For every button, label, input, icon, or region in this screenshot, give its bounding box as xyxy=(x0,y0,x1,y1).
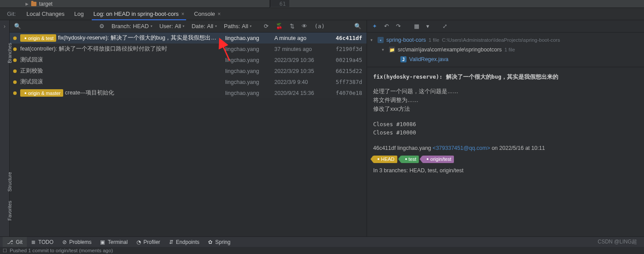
tool-label: Spring xyxy=(215,239,230,245)
compare-icon[interactable]: ✦ xyxy=(371,23,379,29)
graph-node-icon xyxy=(13,36,17,40)
module-row[interactable]: ▾ ▪ spring-boot-cors 1 file C:\Users\Adm… xyxy=(371,35,640,45)
commit-row[interactable]: feat(controller): 解决了一个不得放接口路径按时付款了按时lin… xyxy=(10,44,367,54)
commit-row[interactable]: origin & testfix(hydosky-reserve): 解决了一个… xyxy=(10,33,367,44)
graph-node-icon xyxy=(13,58,17,62)
close-icon[interactable]: × xyxy=(218,11,221,17)
chevron-right-icon[interactable]: ▶ xyxy=(25,2,29,6)
bottom-tool-profiler[interactable]: ◔Profiler xyxy=(132,237,165,247)
bottom-tool-spring[interactable]: ✿Spring xyxy=(204,237,235,247)
commit-date: 2022/3/9 9:40 xyxy=(274,79,331,85)
bottom-tool-problems[interactable]: ⊘Problems xyxy=(58,237,96,247)
bottom-tool-endpoints[interactable]: ⇵Endpoints xyxy=(165,237,204,247)
module-icon: ▪ xyxy=(378,37,384,43)
chevron-down-icon[interactable]: ▾ xyxy=(371,38,375,42)
cherry-pick-icon[interactable]: 🍒 xyxy=(273,23,285,29)
commit-row[interactable]: 测试回滚lingchao.yang2022/3/29 10:3600219a45 xyxy=(10,54,367,65)
commit-row[interactable]: 正则校验lingchao.yang2022/3/29 10:3566215d22 xyxy=(10,65,367,76)
commit-date: 2020/9/24 15:36 xyxy=(274,90,331,96)
todo-icon: ≣ xyxy=(31,239,36,245)
changed-files-tree: ▾ ▪ spring-boot-cors 1 file C:\Users\Adm… xyxy=(367,33,644,67)
bottom-tool-git[interactable]: ⎇Git xyxy=(3,237,27,247)
commit-message: create---项目初始化 xyxy=(65,89,114,97)
commit-date: 2022/3/29 10:35 xyxy=(274,68,331,74)
project-node-label[interactable]: target xyxy=(39,1,53,7)
package-row[interactable]: ▾ 📁 src\main\java\com\example\springboot… xyxy=(371,45,640,54)
chevron-down-icon: ▾ xyxy=(250,24,252,28)
commit-author: lingchao.yang xyxy=(225,57,274,63)
user-filter[interactable]: User: All ▾ xyxy=(157,23,187,29)
filter-icon[interactable]: ▾ xyxy=(425,23,431,29)
commit-hash: 66215d22 xyxy=(331,68,367,74)
vcs-tab[interactable]: Local Changes xyxy=(22,8,69,20)
commit-date: 2022/3/29 10:36 xyxy=(274,57,331,63)
chevron-down-icon: ▾ xyxy=(215,24,217,28)
expand-icon[interactable]: ⤢ xyxy=(441,23,449,29)
commit-hash: 46c411df xyxy=(331,35,367,41)
file-row[interactable]: J ValidRegex.java xyxy=(371,54,640,64)
regex-icon[interactable]: (a) xyxy=(312,23,327,29)
group-icon[interactable]: ▦ xyxy=(412,23,421,29)
date-filter[interactable]: Date: All ▾ xyxy=(189,23,219,29)
close-icon[interactable]: × xyxy=(181,11,184,17)
commit-detail-panel: ✦ ↶ ↷ ▦ ▾ ⤢ ▾ ▪ spring-boot-cors 1 file … xyxy=(367,20,644,236)
vcs-tab[interactable]: Log xyxy=(70,8,88,20)
bottom-tool-terminal[interactable]: ▣Terminal xyxy=(96,237,132,247)
commit-author: lingchao.yang xyxy=(225,68,274,74)
branch-tag[interactable]: origin & master xyxy=(20,89,63,97)
vcs-tab[interactable]: Log: on HEAD in spring-boot-cors× xyxy=(89,8,189,20)
commit-date: A minute ago xyxy=(274,35,331,41)
chevron-right-icon[interactable]: › xyxy=(0,20,9,29)
git-label: Git: xyxy=(4,11,19,17)
commit-meta: 46c411df lingchao.yang <379337451@qq.com… xyxy=(373,145,638,151)
eye-icon[interactable]: 👁 xyxy=(299,23,310,29)
refresh-icon[interactable]: ⟳ xyxy=(261,23,271,29)
tool-label: Terminal xyxy=(108,239,127,245)
commit-row[interactable]: 测试回滚lingchao.yang2022/3/9 9:405ff7387d xyxy=(10,76,367,87)
commit-row[interactable]: origin & mastercreate---项目初始化lingchao.ya… xyxy=(10,87,367,98)
branch-filter[interactable]: Branch: HEAD ▾ xyxy=(109,23,155,29)
commit-message: 正则校验 xyxy=(20,67,43,75)
project-tree-strip: ▶ target 61 xyxy=(0,0,644,8)
graph-node-icon xyxy=(13,80,17,84)
chevron-down-icon[interactable]: ▾ xyxy=(382,47,386,52)
branches-tab[interactable]: Branches xyxy=(7,43,12,63)
paths-filter[interactable]: Paths: All ▾ xyxy=(221,23,254,29)
ref-tag[interactable]: test xyxy=(401,156,419,163)
branch-tag[interactable]: origin & test xyxy=(20,34,56,42)
graph-node-icon xyxy=(13,91,17,95)
sort-icon[interactable]: ⇅ xyxy=(287,23,297,29)
commit-hash: f4070e18 xyxy=(331,90,367,96)
commit-author: lingchao.yang xyxy=(225,46,274,52)
ref-tag[interactable]: HEAD xyxy=(373,156,397,163)
search-icon[interactable]: 🔍 xyxy=(352,23,364,29)
redo-icon[interactable]: ↷ xyxy=(394,23,403,29)
favorites-tab[interactable]: Favorites xyxy=(7,201,12,221)
undo-icon[interactable]: ↶ xyxy=(382,23,391,29)
author-email[interactable]: <379337451@qq.com> xyxy=(433,145,490,151)
git-icon: ⎇ xyxy=(7,239,13,245)
log-search-input[interactable] xyxy=(25,22,95,30)
vcs-tab[interactable]: Console× xyxy=(190,8,225,20)
log-toolbar: 🔍 ⚙ Branch: HEAD ▾ User: All ▾ Date: All… xyxy=(10,20,367,33)
commit-detail-body: fix(hydosky-reserve): 解决了一个很大的bug，其实是我假想… xyxy=(367,67,644,236)
commit-body: 处理了一个问题，这个问题是…… 将文件调整为…… 修改了xxx方法 xyxy=(373,87,638,113)
tool-label: TODO xyxy=(38,239,53,245)
watermark: CSDN @LING超 xyxy=(597,238,641,246)
gear-icon[interactable]: ⚙ xyxy=(97,23,107,29)
folder-icon xyxy=(31,2,36,6)
tool-label: Git xyxy=(16,239,22,245)
commit-message: feat(controller): 解决了一个不得放接口路径按时付款了按时 xyxy=(20,45,167,53)
detail-toolbar: ✦ ↶ ↷ ▦ ▾ ⤢ xyxy=(367,20,644,33)
profiler-icon: ◔ xyxy=(137,239,141,245)
commit-hash: f2190f3d xyxy=(331,46,367,52)
folder-icon: 📁 xyxy=(389,47,395,53)
status-text: Pushed 1 commit to origin/test (moments … xyxy=(10,248,113,253)
tab-label: Log xyxy=(74,11,84,17)
bottom-tool-todo[interactable]: ≣TODO xyxy=(27,237,58,247)
ref-tag[interactable]: origin/test xyxy=(422,156,454,163)
structure-tab[interactable]: Structure xyxy=(7,172,12,192)
editor-line-number: 61 xyxy=(270,0,289,7)
vcs-tabs-bar: Git: Local ChangesLogLog: on HEAD in spr… xyxy=(0,8,644,20)
graph-node-icon xyxy=(13,69,17,73)
